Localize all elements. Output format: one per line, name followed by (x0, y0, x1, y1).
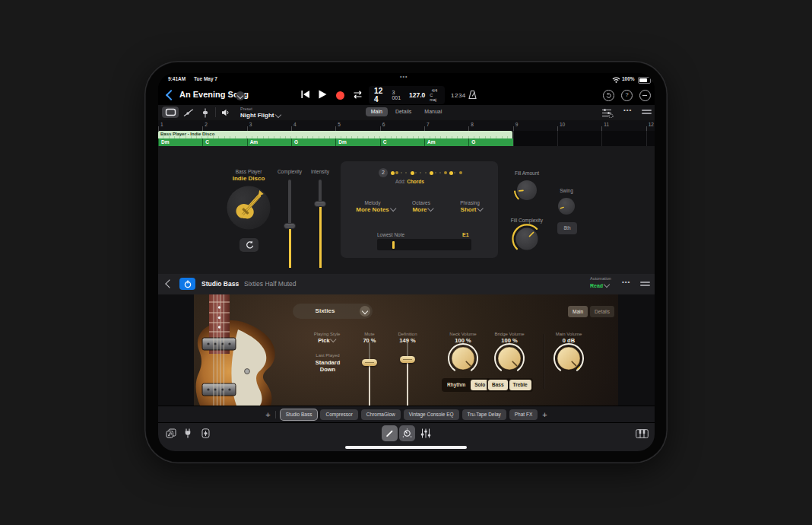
studio-bass-tabs: MainDetails (568, 306, 614, 317)
chord-cell[interactable]: G (468, 138, 512, 146)
battery-icon (638, 77, 651, 84)
chord-cell[interactable]: Dm (158, 138, 202, 146)
pattern-dots[interactable] (391, 170, 467, 176)
neck-volume-label: Neck Volume (449, 332, 476, 336)
pattern-dot (415, 172, 417, 173)
mute-fader[interactable] (362, 342, 377, 406)
plugin-name[interactable]: Studio Bass (201, 280, 239, 288)
bass-player-preset[interactable]: Indie Disco (233, 175, 265, 182)
phrasing-value[interactable]: Short (461, 206, 483, 213)
playing-style-value[interactable]: Pick (318, 337, 335, 344)
home-indicator[interactable] (345, 446, 467, 449)
timeline-ruler[interactable]: 123456789101112 (158, 120, 655, 132)
regenerate-button[interactable] (239, 238, 259, 252)
playing-style-label: Playing Style (314, 332, 341, 336)
tempo-value: 127.0 (409, 91, 425, 99)
plugin-drag-handle-icon[interactable] (640, 282, 650, 288)
more-options-button[interactable] (639, 90, 651, 101)
definition-fader[interactable] (400, 342, 415, 406)
more-menu-icon[interactable]: ••• (623, 107, 632, 113)
fx-slot[interactable]: Compressor (320, 409, 357, 420)
bass-player-icon[interactable] (227, 186, 271, 230)
fx-slot[interactable]: Phat FX (509, 409, 538, 420)
melody-value[interactable]: More Notes (356, 206, 395, 213)
swing-grid-button[interactable]: 8th (557, 222, 577, 234)
song-title-menu-button[interactable] (236, 91, 245, 100)
fx-slot[interactable]: Vintage Console EQ (404, 409, 459, 420)
complexity-slider[interactable] (284, 180, 296, 268)
plugin-preset-name[interactable]: Sixties Half Muted (244, 280, 297, 288)
cycle-button[interactable] (352, 91, 363, 99)
plugin-more-icon[interactable]: ••• (622, 278, 630, 285)
neck-volume-knob[interactable] (446, 342, 480, 375)
fill-amount-knob[interactable] (512, 175, 542, 205)
pattern-dot (391, 171, 395, 175)
chord-cell[interactable]: C (380, 138, 424, 146)
fx-slot[interactable]: ChromaGlow (361, 409, 401, 420)
chord-cell[interactable]: Am (424, 138, 468, 146)
drag-handle-icon[interactable] (642, 110, 652, 116)
automation-label: Automation (590, 276, 611, 281)
go-to-beginning-button[interactable] (300, 90, 310, 99)
add-plugin-button[interactable]: + (265, 410, 270, 419)
rhythm-button[interactable]: Rhythm (443, 380, 469, 390)
add-plugin-button-end[interactable]: + (542, 410, 547, 419)
plugins-icon[interactable] (183, 428, 192, 438)
octaves-value[interactable]: More (412, 206, 433, 213)
editor-tab[interactable]: Manual (419, 107, 447, 116)
battery-percent: 100% (622, 76, 635, 81)
bridge-volume-label: Bridge Volume (494, 332, 524, 336)
studio-bass-tab[interactable]: Main (568, 306, 588, 317)
editor-tabs: MainDetailsManual (158, 107, 655, 116)
undo-button[interactable] (603, 90, 614, 101)
status-time: 9:41AM (168, 76, 186, 81)
plugin-back-chevron-icon[interactable] (165, 279, 173, 288)
editor-control-row: Preset Night Flight MainDetailsManual ••… (158, 105, 655, 121)
browser-loops-icon[interactable] (166, 428, 176, 438)
play-button[interactable] (319, 90, 327, 99)
bass-player-region[interactable]: Bass Player - Indie Disco (158, 131, 512, 138)
main-volume-knob[interactable] (552, 342, 585, 375)
help-button[interactable]: ? (621, 90, 633, 101)
fx-slot[interactable]: Tru-Tape Delay (462, 409, 506, 420)
pattern-dot (444, 171, 447, 174)
lcd-display[interactable]: 12 4 3 001 127.0 4/4C maj (369, 86, 445, 104)
mixer-settings-icon[interactable] (601, 108, 614, 118)
ruler-bar: 9 (513, 120, 557, 131)
add-chords-row[interactable]: Add: Chords (395, 179, 424, 184)
mixer-sliders-icon[interactable] (420, 428, 431, 438)
back-chevron-icon[interactable] (166, 90, 176, 100)
bass-switch-button[interactable]: Bass (488, 380, 508, 390)
pattern-dot (449, 171, 453, 175)
knob-edit-button[interactable] (399, 425, 415, 441)
fill-complexity-knob[interactable] (509, 221, 544, 256)
record-button[interactable] (336, 91, 344, 100)
chord-cell[interactable]: C (202, 138, 246, 146)
lowest-note-slider[interactable] (377, 239, 471, 250)
chord-cell[interactable]: Dm (335, 138, 379, 146)
ruler-bar: 12 (646, 120, 655, 131)
pattern-section-badge[interactable]: 2 (379, 168, 388, 177)
pattern-dot (401, 172, 402, 173)
studio-bass-tab[interactable]: Details (590, 306, 614, 317)
amp-preset-selector[interactable]: Sixties (293, 304, 373, 319)
multitask-dots-icon[interactable]: ••• (400, 74, 408, 79)
chord-cell[interactable]: Am (247, 138, 291, 146)
last-played-value: Standard (316, 359, 341, 366)
fx-slot[interactable]: Studio Bass (281, 409, 318, 420)
pencil-tool-button[interactable] (382, 425, 398, 441)
automation-mode[interactable]: Read (590, 282, 609, 288)
bridge-volume-knob[interactable] (493, 342, 526, 375)
intensity-slider[interactable] (314, 180, 326, 268)
editor-tab[interactable]: Main (366, 107, 388, 116)
treble-switch-button[interactable]: Treble (509, 380, 531, 390)
keyboard-icon[interactable] (636, 429, 649, 438)
fader-tile-icon[interactable] (201, 428, 210, 438)
chord-cell[interactable]: G (291, 138, 335, 146)
editor-tab[interactable]: Details (390, 107, 417, 116)
swing-knob[interactable] (553, 193, 579, 219)
metronome-button[interactable] (468, 90, 477, 100)
intensity-label: Intensity (311, 169, 329, 174)
count-in-button[interactable]: 1234 (451, 92, 466, 99)
plugin-power-button[interactable] (179, 278, 195, 290)
